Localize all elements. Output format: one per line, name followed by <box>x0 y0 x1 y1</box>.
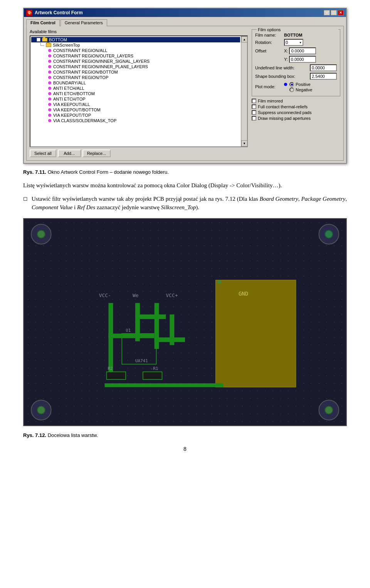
list-item[interactable]: CONSTRAINT REGION/INNER_SIGNAL_LAYERS <box>31 59 240 64</box>
layer-dot <box>48 114 51 117</box>
negative-radio-row[interactable]: Negative <box>284 87 312 92</box>
item-label: VIA KEEPOUT/ALL <box>53 102 90 107</box>
film-listbox-scrollbar[interactable]: ▲ ▼ <box>241 36 247 146</box>
tab-general-parameters[interactable]: General Parameters <box>61 19 107 26</box>
negative-radio-button[interactable] <box>289 87 294 92</box>
caption2-text: Docelowa lista warstw. <box>48 432 98 438</box>
film-mirrored-row[interactable]: Film mirrored <box>252 99 340 103</box>
list-item[interactable]: ANTI ETCH/BOTTOM <box>31 91 240 96</box>
film-list-panel: Available films + BOTTOM <box>30 29 248 157</box>
full-contact-label: Full contact thermal-reliefs <box>258 104 308 109</box>
svg-text:R2: R2 <box>108 366 113 371</box>
list-item[interactable]: VIA CLASS/SOLDERMASK_TOP <box>31 118 240 123</box>
layer-dot <box>48 76 51 79</box>
film-listbox[interactable]: + BOTTOM SilkScreenTop <box>30 35 248 147</box>
svg-point-8 <box>37 406 45 414</box>
svg-rect-19 <box>135 314 166 319</box>
negative-radio-label: Negative <box>296 87 312 92</box>
full-contact-row[interactable]: Full contact thermal-reliefs <box>252 104 340 109</box>
layer-dot <box>48 71 51 74</box>
list-item[interactable]: + BOTTOM <box>31 37 240 42</box>
item-label: VIA KEEPOUT/BOTTOM <box>53 108 101 112</box>
layer-dot <box>48 119 51 122</box>
window-icon: 🎨 <box>26 10 32 16</box>
shape-bounding-box-input[interactable] <box>310 73 337 80</box>
rotation-row: Rotation: 0 ▼ <box>255 39 337 46</box>
list-item[interactable]: CONSTRAINT REGION/BOTTOM <box>31 69 240 75</box>
caption-rys-712: Rys. 7.12. Docelowa lista warstw. <box>23 432 347 438</box>
paragraph1: Listę wyświetlanych warstw można kontrol… <box>23 181 347 190</box>
dropdown-arrow-icon: ▼ <box>299 41 302 44</box>
svg-rect-30 <box>105 383 224 387</box>
suppress-unconnected-row[interactable]: Suppress unconnected pads <box>252 110 340 115</box>
svg-rect-11 <box>215 280 296 387</box>
svg-text:U1: U1 <box>126 328 131 333</box>
list-item[interactable]: SilkScreenTop <box>31 42 240 48</box>
list-item[interactable]: ANTI ETCH/ALL <box>31 86 240 91</box>
draw-missing-row[interactable]: Draw missing pad apertures <box>252 116 340 121</box>
positive-radio-row[interactable]: Positive <box>284 82 312 87</box>
replace-button[interactable]: Replace... <box>82 150 111 157</box>
offset-x-input[interactable] <box>289 47 316 54</box>
film-mirrored-checkbox[interactable] <box>252 99 256 103</box>
item-label: CONSTRAINT REGION/INNER_PLANE_LAYERS <box>53 64 148 69</box>
scroll-up-button[interactable]: ▲ <box>241 36 247 42</box>
svg-text:We: We <box>133 292 139 298</box>
select-all-button[interactable]: Select all <box>30 150 56 157</box>
add-button[interactable]: Add... <box>58 150 81 157</box>
film-options-label: Film options <box>257 27 338 32</box>
film-items-container: + BOTTOM SilkScreenTop <box>30 36 247 124</box>
list-item[interactable]: CONSTRAINT REGION/TOP <box>31 75 240 80</box>
positive-radio-label: Positive <box>296 82 311 87</box>
svg-text:VCC-: VCC- <box>99 292 111 298</box>
item-label: VIA CLASS/SOLDERMASK_TOP <box>53 118 116 123</box>
svg-text:GND: GND <box>239 290 248 296</box>
draw-missing-label: Draw missing pad apertures <box>258 116 311 121</box>
offset-y-row: Y: <box>255 56 337 63</box>
full-contact-checkbox[interactable] <box>252 104 256 109</box>
shape-bounding-box-row: Shape bounding box: <box>255 73 337 80</box>
undefined-line-width-input[interactable] <box>310 64 337 71</box>
shape-bounding-box-label: Shape bounding box: <box>255 74 310 79</box>
list-item[interactable]: CONSTRAINT REGION/ALL <box>31 48 240 53</box>
suppress-unconnected-checkbox[interactable] <box>252 110 256 115</box>
list-item[interactable]: ANTI ETCH/TOP <box>31 96 240 102</box>
svg-rect-2 <box>24 219 346 425</box>
plot-mode-label: Plot mode: <box>255 84 284 89</box>
rotation-dropdown[interactable]: 0 ▼ <box>284 39 303 46</box>
list-item[interactable]: BOUNDARY/ALL <box>31 80 240 86</box>
bullet-item: ◻ Ustawić filtr wyświetlanych warstw tak… <box>23 195 347 212</box>
scroll-down-button[interactable]: ▼ <box>241 140 247 146</box>
list-item[interactable]: VIA KEEPOUT/ALL <box>31 102 240 107</box>
svg-rect-18 <box>135 303 140 341</box>
item-label: BOTTOM <box>49 37 67 42</box>
tab-film-control[interactable]: Film Control <box>26 19 60 26</box>
window-controls[interactable]: – □ ✕ <box>324 10 344 15</box>
layer-dot <box>48 97 51 101</box>
plot-mode-row: Plot mode: Positive Ne <box>255 81 337 92</box>
list-item[interactable]: VIA KEEPOUT/BOTTOM <box>31 107 240 113</box>
bullet-symbol: ◻ <box>23 195 28 212</box>
close-button[interactable]: ✕ <box>338 10 344 15</box>
film-name-row: Film name: BOTTOM <box>255 33 337 37</box>
list-item[interactable]: CONSTRAINT REGION/INNER_PLANE_LAYERS <box>31 64 240 69</box>
rotation-value: 0 <box>286 40 288 45</box>
list-item[interactable]: CONSTRAINT REGION/OUTER_LAYERS <box>31 53 240 59</box>
layer-dot <box>48 49 51 52</box>
list-item[interactable]: VIA KEEPOUT/TOP <box>31 113 240 118</box>
draw-missing-checkbox[interactable] <box>252 116 256 121</box>
film-mirrored-label: Film mirrored <box>258 99 283 103</box>
bullet-text: Ustawić filtr wyświetlanych warstw tak a… <box>32 195 347 212</box>
minimize-button[interactable]: – <box>324 10 330 15</box>
svg-point-10 <box>325 406 333 414</box>
pcb-view: GND VCC- We VCC+ U1 UA741 <box>23 218 347 426</box>
item-label: ANTI ETCH/TOP <box>53 97 86 101</box>
svg-rect-22 <box>170 314 174 345</box>
layer-dot <box>48 92 51 95</box>
film-options-group: Film options Film name: BOTTOM Rotation:… <box>252 29 340 96</box>
positive-radio-button[interactable] <box>289 82 294 87</box>
offset-y-input[interactable] <box>289 56 316 63</box>
expand-icon[interactable]: + <box>37 38 40 42</box>
maximize-button[interactable]: □ <box>331 10 337 15</box>
scroll-track[interactable] <box>241 42 247 140</box>
